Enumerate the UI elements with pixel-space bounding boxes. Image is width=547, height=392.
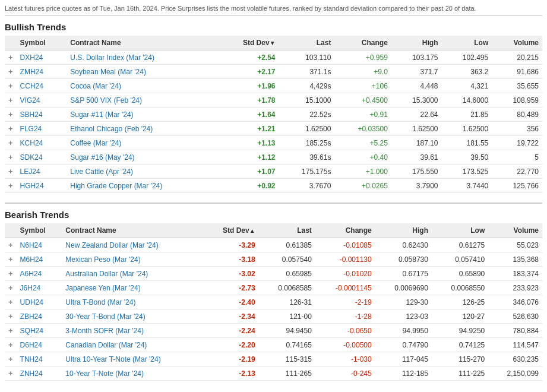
add-btn[interactable]: + xyxy=(5,252,17,267)
bullish-title: Bullish Trends xyxy=(5,22,542,32)
contract-name[interactable]: U.S. Dollar Index (Mar '24) xyxy=(67,50,218,65)
high: 22.64 xyxy=(391,108,442,122)
high: 0.62430 xyxy=(375,238,432,252)
contract-name[interactable]: Ultra 10-Year T-Note (Mar '24) xyxy=(62,352,204,366)
change: -0.0650 xyxy=(315,324,375,338)
high: 15.3000 xyxy=(391,93,442,108)
add-btn[interactable]: + xyxy=(5,122,17,136)
last-price: 39.61s xyxy=(279,150,335,165)
contract-name[interactable]: Ultra T-Bond (Mar '24) xyxy=(62,295,204,309)
add-btn[interactable]: + xyxy=(5,267,17,281)
col-symbol[interactable]: Symbol xyxy=(17,36,67,50)
volume: 19,722 xyxy=(492,136,542,150)
add-btn[interactable]: + xyxy=(5,93,17,108)
symbol[interactable]: J6H24 xyxy=(17,281,62,295)
change: +0.0265 xyxy=(334,179,391,193)
last-price: 0.61385 xyxy=(259,238,315,252)
contract-name[interactable]: Sugar #11 (Mar '24) xyxy=(67,108,218,122)
symbol[interactable]: D6H24 xyxy=(17,338,62,352)
low: 1.62500 xyxy=(442,122,492,136)
col-low[interactable]: Low xyxy=(442,36,492,50)
contract-name[interactable]: Mexican Peso (Mar '24) xyxy=(62,252,204,267)
add-btn[interactable]: + xyxy=(5,150,17,165)
symbol[interactable]: KCH24 xyxy=(17,136,67,150)
contract-name[interactable]: Soybean Meal (Mar '24) xyxy=(67,65,218,79)
add-btn[interactable]: + xyxy=(5,295,17,309)
std-dev: -2.13 xyxy=(204,366,258,381)
change: +5.25 xyxy=(334,136,391,150)
col-contract[interactable]: Contract Name xyxy=(62,223,204,238)
add-btn[interactable]: + xyxy=(5,238,17,252)
contract-name[interactable]: S&P 500 VIX (Feb '24) xyxy=(67,93,218,108)
add-btn[interactable]: + xyxy=(5,309,17,324)
col-stddev[interactable]: Std Dev▼ xyxy=(219,36,279,50)
last-price: 4,429s xyxy=(279,79,335,93)
bearish-table-header: Symbol Contract Name Std Dev▲ Last Chang… xyxy=(5,223,542,238)
symbol[interactable]: SBH24 xyxy=(17,108,67,122)
contract-name[interactable]: Canadian Dollar (Mar '24) xyxy=(62,338,204,352)
last-price: 371.1s xyxy=(279,65,335,79)
add-btn[interactable]: + xyxy=(5,165,17,179)
low: 0.0068550 xyxy=(432,281,488,295)
col-last[interactable]: Last xyxy=(259,223,315,238)
contract-name[interactable]: 30-Year T-Bond (Mar '24) xyxy=(62,309,204,324)
symbol[interactable]: ZBH24 xyxy=(17,309,62,324)
add-btn[interactable]: + xyxy=(5,108,17,122)
add-btn[interactable]: + xyxy=(5,179,17,193)
symbol[interactable]: TNH24 xyxy=(17,352,62,366)
col-contract[interactable]: Contract Name xyxy=(67,36,218,50)
symbol[interactable]: N6H24 xyxy=(17,238,62,252)
col-symbol[interactable]: Symbol xyxy=(17,223,62,238)
contract-name[interactable]: Australian Dollar (Mar '24) xyxy=(62,267,204,281)
col-low[interactable]: Low xyxy=(432,223,488,238)
add-btn[interactable]: + xyxy=(5,79,17,93)
symbol[interactable]: ZNH24 xyxy=(17,366,62,381)
add-btn[interactable]: + xyxy=(5,338,17,352)
add-btn[interactable]: + xyxy=(5,324,17,338)
symbol[interactable]: HGH24 xyxy=(17,179,67,193)
col-stddev[interactable]: Std Dev▲ xyxy=(204,223,258,238)
change: -0.001130 xyxy=(315,252,375,267)
volume: 35,655 xyxy=(492,79,542,93)
col-volume[interactable]: Volume xyxy=(492,36,542,50)
symbol[interactable]: DXH24 xyxy=(17,50,67,65)
change: -0.01020 xyxy=(315,267,375,281)
contract-name[interactable]: Ethanol Chicago (Feb '24) xyxy=(67,122,218,136)
symbol[interactable]: SQH24 xyxy=(17,324,62,338)
add-btn[interactable]: + xyxy=(5,50,17,65)
contract-name[interactable]: 10-Year T-Note (Mar '24) xyxy=(62,366,204,381)
contract-name[interactable]: Live Cattle (Apr '24) xyxy=(67,165,218,179)
symbol[interactable]: LEJ24 xyxy=(17,165,67,179)
contract-name[interactable]: New Zealand Dollar (Mar '24) xyxy=(62,238,204,252)
contract-name[interactable]: Japanese Yen (Mar '24) xyxy=(62,281,204,295)
contract-name[interactable]: Sugar #16 (May '24) xyxy=(67,150,218,165)
add-btn[interactable]: + xyxy=(5,366,17,381)
col-change[interactable]: Change xyxy=(315,223,375,238)
symbol[interactable]: CCH24 xyxy=(17,79,67,93)
std-dev: -2.19 xyxy=(204,352,258,366)
contract-name[interactable]: Coffee (Mar '24) xyxy=(67,136,218,150)
col-volume[interactable]: Volume xyxy=(488,223,542,238)
add-btn[interactable]: + xyxy=(5,136,17,150)
contract-name[interactable]: High Grade Copper (Mar '24) xyxy=(67,179,218,193)
col-last[interactable]: Last xyxy=(279,36,335,50)
col-add xyxy=(5,223,17,238)
table-row: + ZMH24 Soybean Meal (Mar '24) +2.17 371… xyxy=(5,65,542,79)
col-high[interactable]: High xyxy=(375,223,432,238)
col-change[interactable]: Change xyxy=(334,36,391,50)
symbol[interactable]: M6H24 xyxy=(17,252,62,267)
high: 0.0069690 xyxy=(375,281,432,295)
symbol[interactable]: VIG24 xyxy=(17,93,67,108)
col-high[interactable]: High xyxy=(391,36,442,50)
symbol[interactable]: A6H24 xyxy=(17,267,62,281)
table-row: + VIG24 S&P 500 VIX (Feb '24) +1.78 15.1… xyxy=(5,93,542,108)
symbol[interactable]: ZMH24 xyxy=(17,65,67,79)
symbol[interactable]: SDK24 xyxy=(17,150,67,165)
add-btn[interactable]: + xyxy=(5,281,17,295)
symbol[interactable]: FLG24 xyxy=(17,122,67,136)
symbol[interactable]: UDH24 xyxy=(17,295,62,309)
add-btn[interactable]: + xyxy=(5,352,17,366)
add-btn[interactable]: + xyxy=(5,65,17,79)
contract-name[interactable]: 3-Month SOFR (Mar '24) xyxy=(62,324,204,338)
contract-name[interactable]: Cocoa (Mar '24) xyxy=(67,79,218,93)
